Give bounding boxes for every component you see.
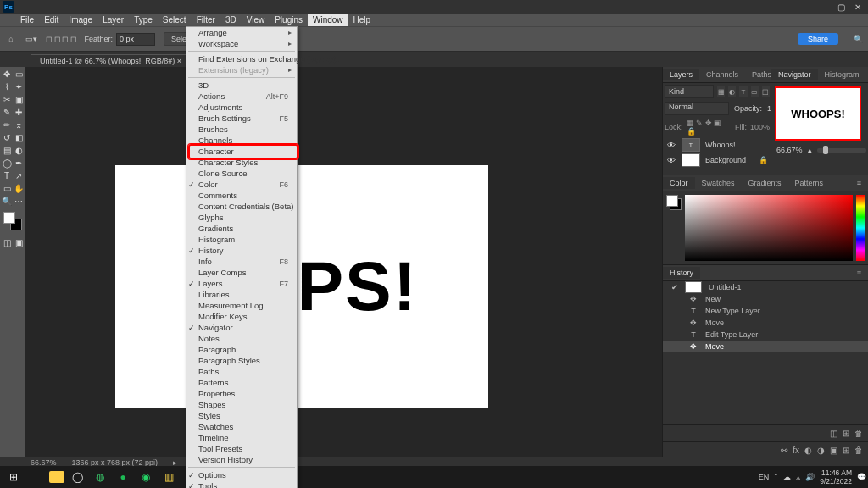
color-swatches[interactable] — [3, 212, 22, 230]
lock-icons[interactable]: ▦ ✎ ✥ ▣ 🔒 — [687, 119, 732, 136]
quickmask-icon[interactable]: ◫ — [2, 237, 13, 248]
edge-icon[interactable]: ◍ — [90, 468, 110, 486]
close-button[interactable]: ✕ — [851, 2, 865, 12]
tab-channels[interactable]: Channels — [699, 69, 745, 80]
layer-row[interactable]: 👁TWhoops! — [663, 137, 771, 152]
new-snapshot-icon[interactable]: ◫ — [830, 429, 837, 438]
layer-row[interactable]: 👁Background🔒 — [663, 152, 771, 168]
canvas-area[interactable]: OOPS! — [25, 67, 662, 458]
new-layer-icon[interactable]: ⊞ — [843, 446, 849, 455]
tab-histogram[interactable]: Histogram — [818, 69, 866, 80]
tray-network-icon[interactable]: ⟁ — [796, 473, 800, 481]
menu-item-version-history[interactable]: Version History — [186, 454, 297, 465]
menu-item-shapes[interactable]: Shapes — [186, 399, 297, 410]
menu-item-brushes[interactable]: Brushes — [186, 124, 297, 135]
filter-shape-icon[interactable]: ▭ — [751, 86, 759, 97]
tab-swatches[interactable]: Swatches — [695, 177, 742, 189]
tray-notifications-icon[interactable]: 💬 — [857, 473, 866, 481]
zoom-slider[interactable] — [817, 148, 866, 152]
tab-navigator[interactable]: Navigator — [771, 69, 818, 80]
gradient-tool-icon[interactable]: ▤ — [2, 145, 13, 156]
menu-item-paragraph[interactable]: Paragraph — [186, 344, 297, 355]
menu-image[interactable]: Image — [64, 14, 97, 26]
color-fgbg-icon[interactable] — [666, 195, 682, 210]
history-step[interactable]: TNew Type Layer — [663, 305, 868, 317]
layer-thumbnail[interactable] — [682, 153, 700, 167]
menu-item-find-extensions-on-exchange-legacy-[interactable]: Find Extensions on Exchange (legacy)... — [186, 53, 297, 64]
history-document[interactable]: ✔ Untitled-1 — [663, 281, 868, 293]
zoom-tool-icon[interactable]: 🔍 — [2, 196, 13, 207]
home-icon[interactable]: ⌂ — [5, 33, 17, 45]
menu-item-timeline[interactable]: Timeline — [186, 432, 297, 443]
filter-type-icon[interactable]: T — [739, 86, 747, 97]
fill-value[interactable]: 100% — [750, 123, 770, 131]
delete-layer-icon[interactable]: 🗑 — [854, 446, 863, 455]
navigator-zoom-value[interactable]: 66.67% — [776, 146, 803, 154]
menu-layer[interactable]: Layer — [97, 14, 129, 26]
adjustment-layer-icon[interactable]: ◑ — [817, 446, 825, 455]
menu-item-workspace[interactable]: Workspace — [186, 38, 297, 49]
delete-state-icon[interactable]: 🗑 — [854, 429, 863, 438]
menu-window[interactable]: Window — [308, 14, 348, 26]
search-icon[interactable]: 🔍 — [854, 35, 863, 43]
menu-item-channels[interactable]: Channels — [186, 135, 297, 146]
menu-item-actions[interactable]: ActionsAlt+F9 — [186, 91, 297, 102]
panel-menu-icon[interactable]: ≡ — [850, 267, 868, 279]
menu-item-patterns[interactable]: Patterns — [186, 377, 297, 388]
menu-item-tools[interactable]: ✓Tools — [186, 480, 297, 488]
blend-mode-select[interactable]: Normal — [665, 102, 729, 115]
link-layers-icon[interactable]: ⚯ — [781, 446, 787, 455]
menu-item-arrange[interactable]: Arrange — [186, 27, 297, 38]
brush-tool-icon[interactable]: ✏ — [2, 119, 13, 130]
start-button[interactable]: ⊞ — [3, 468, 24, 486]
whatsapp-icon[interactable]: ◉ — [136, 468, 156, 486]
maximize-button[interactable]: ▢ — [834, 2, 848, 12]
menu-item-color[interactable]: ✓ColorF6 — [186, 179, 297, 190]
menu-item-character-styles[interactable]: Character Styles — [186, 157, 297, 168]
menu-item-adjustments[interactable]: Adjustments — [186, 102, 297, 113]
marquee-tool-icon[interactable]: ▭ — [14, 69, 25, 80]
heal-tool-icon[interactable]: ✚ — [14, 107, 25, 118]
tool-preset-icon[interactable]: ▭▾ — [25, 35, 37, 43]
tab-color[interactable]: Color — [663, 177, 695, 189]
tray-volume-icon[interactable]: 🔊 — [805, 473, 815, 481]
menu-help[interactable]: Help — [348, 14, 376, 26]
menu-item-libraries[interactable]: Libraries — [186, 289, 297, 300]
tab-history[interactable]: History — [663, 267, 700, 279]
history-step[interactable]: TEdit Type Layer — [663, 329, 868, 341]
tab-patterns[interactable]: Patterns — [788, 177, 831, 189]
history-brush-source-icon[interactable]: ✔ — [671, 283, 678, 291]
filter-adj-icon[interactable]: ◐ — [728, 86, 736, 97]
menu-file[interactable]: File — [15, 14, 39, 26]
history-step[interactable]: ✥New — [663, 293, 868, 305]
tray-lang[interactable]: EN — [759, 473, 770, 481]
stamp-tool-icon[interactable]: ⌆ — [14, 119, 25, 130]
menu-plugins[interactable]: Plugins — [270, 14, 308, 26]
menu-item-3d[interactable]: 3D — [186, 80, 297, 91]
tray-chevron-icon[interactable]: ˄ — [774, 473, 778, 481]
frame-tool-icon[interactable]: ▣ — [14, 94, 25, 105]
menu-type[interactable]: Type — [129, 14, 158, 26]
menu-item-history[interactable]: ✓History — [186, 245, 297, 256]
visibility-icon[interactable]: 👁 — [666, 156, 676, 165]
wand-tool-icon[interactable]: ✦ — [14, 81, 25, 92]
menu-view[interactable]: View — [242, 14, 270, 26]
navigator-preview[interactable]: WHOOPS! — [775, 86, 861, 141]
menu-item-modifier-keys[interactable]: Modifier Keys — [186, 311, 297, 322]
menu-item-properties[interactable]: Properties — [186, 388, 297, 399]
feather-input[interactable] — [116, 33, 155, 46]
history-step[interactable]: ✥Move — [663, 341, 868, 352]
layer-style-icon[interactable]: fx — [793, 446, 799, 455]
eraser-tool-icon[interactable]: ◧ — [14, 132, 25, 143]
layer-thumbnail[interactable]: T — [682, 138, 700, 152]
menu-item-info[interactable]: InfoF8 — [186, 256, 297, 267]
menu-edit[interactable]: Edit — [39, 14, 64, 26]
screenmode-icon[interactable]: ▣ — [14, 237, 25, 248]
menu-select[interactable]: Select — [158, 14, 192, 26]
panel-menu-icon[interactable]: ≡ — [850, 177, 868, 189]
blur-tool-icon[interactable]: ◐ — [14, 145, 25, 156]
menu-item-paragraph-styles[interactable]: Paragraph Styles — [186, 355, 297, 366]
layer-mask-icon[interactable]: ◐ — [804, 446, 812, 455]
history-step[interactable]: ✥Move — [663, 317, 868, 329]
menu-item-layers[interactable]: ✓LayersF7 — [186, 278, 297, 289]
